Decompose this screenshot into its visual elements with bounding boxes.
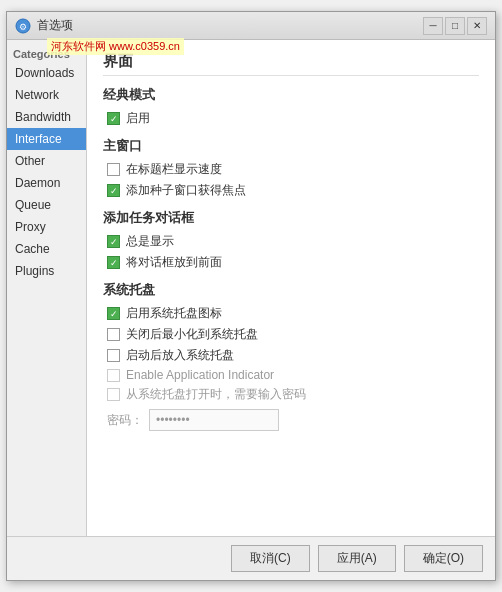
content-area: Categories Downloads Network Bandwidth I… [7, 40, 495, 536]
apply-button[interactable]: 应用(A) [318, 545, 396, 572]
option-minimize-to-tray: 关闭后最小化到系统托盘 [103, 326, 479, 343]
password-input[interactable] [149, 409, 279, 431]
sidebar-item-network[interactable]: Network [7, 84, 86, 106]
sidebar-item-downloads[interactable]: Downloads [7, 62, 86, 84]
section-classic-mode: 经典模式 [103, 86, 479, 104]
checkbox-show-speed[interactable] [107, 163, 120, 176]
sidebar-item-interface[interactable]: Interface [7, 128, 86, 150]
label-bring-to-front: 将对话框放到前面 [126, 254, 222, 271]
sidebar-item-proxy[interactable]: Proxy [7, 216, 86, 238]
checkbox-always-show[interactable] [107, 235, 120, 248]
footer: 取消(C) 应用(A) 确定(O) [7, 536, 495, 580]
checkbox-password-on-tray [107, 388, 120, 401]
option-seed-window-focus: 添加种子窗口获得焦点 [103, 182, 479, 199]
sidebar-item-bandwidth[interactable]: Bandwidth [7, 106, 86, 128]
title-controls: ─ □ ✕ [423, 17, 487, 35]
checkbox-show-tray-icon[interactable] [107, 307, 120, 320]
main-panel: 界面 经典模式 启用 主窗口 在标题栏显示速度 添加种子窗口获得焦点 添加任务对… [87, 40, 495, 536]
password-row: 密码： [103, 409, 479, 431]
sidebar-item-plugins[interactable]: Plugins [7, 260, 86, 282]
label-minimize-to-tray: 关闭后最小化到系统托盘 [126, 326, 258, 343]
sidebar-item-queue[interactable]: Queue [7, 194, 86, 216]
option-password-on-tray: 从系统托盘打开时，需要输入密码 [103, 386, 479, 403]
option-show-speed: 在标题栏显示速度 [103, 161, 479, 178]
label-always-show: 总是显示 [126, 233, 174, 250]
option-start-in-tray: 启动后放入系统托盘 [103, 347, 479, 364]
panel-title: 界面 [103, 52, 479, 76]
title-bar-left: ⚙ 首选项 [15, 17, 73, 34]
preferences-window: ⚙ 首选项 ─ □ ✕ 河东软件网 www.c0359.cn Categorie… [6, 11, 496, 581]
option-app-indicator: Enable Application Indicator [103, 368, 479, 382]
minimize-button[interactable]: ─ [423, 17, 443, 35]
checkbox-seed-window-focus[interactable] [107, 184, 120, 197]
window-title: 首选项 [37, 17, 73, 34]
checkbox-app-indicator [107, 369, 120, 382]
password-label: 密码： [107, 412, 143, 429]
sidebar-item-other[interactable]: Other [7, 150, 86, 172]
option-bring-to-front: 将对话框放到前面 [103, 254, 479, 271]
label-enable-classic: 启用 [126, 110, 150, 127]
section-main-window: 主窗口 [103, 137, 479, 155]
option-show-tray-icon: 启用系统托盘图标 [103, 305, 479, 322]
sidebar-item-daemon[interactable]: Daemon [7, 172, 86, 194]
label-seed-window-focus: 添加种子窗口获得焦点 [126, 182, 246, 199]
label-show-tray-icon: 启用系统托盘图标 [126, 305, 222, 322]
label-app-indicator: Enable Application Indicator [126, 368, 274, 382]
sidebar: Categories Downloads Network Bandwidth I… [7, 40, 87, 536]
title-bar: ⚙ 首选项 ─ □ ✕ [7, 12, 495, 40]
label-start-in-tray: 启动后放入系统托盘 [126, 347, 234, 364]
option-always-show: 总是显示 [103, 233, 479, 250]
svg-text:⚙: ⚙ [19, 22, 27, 32]
section-system-tray: 系统托盘 [103, 281, 479, 299]
section-add-task: 添加任务对话框 [103, 209, 479, 227]
label-show-speed: 在标题栏显示速度 [126, 161, 222, 178]
categories-label: Categories [7, 44, 86, 62]
sidebar-item-cache[interactable]: Cache [7, 238, 86, 260]
option-enable-classic: 启用 [103, 110, 479, 127]
cancel-button[interactable]: 取消(C) [231, 545, 310, 572]
checkbox-minimize-to-tray[interactable] [107, 328, 120, 341]
checkbox-start-in-tray[interactable] [107, 349, 120, 362]
checkbox-bring-to-front[interactable] [107, 256, 120, 269]
ok-button[interactable]: 确定(O) [404, 545, 483, 572]
maximize-button[interactable]: □ [445, 17, 465, 35]
checkbox-enable-classic[interactable] [107, 112, 120, 125]
label-password-on-tray: 从系统托盘打开时，需要输入密码 [126, 386, 306, 403]
close-button[interactable]: ✕ [467, 17, 487, 35]
app-icon: ⚙ [15, 18, 31, 34]
